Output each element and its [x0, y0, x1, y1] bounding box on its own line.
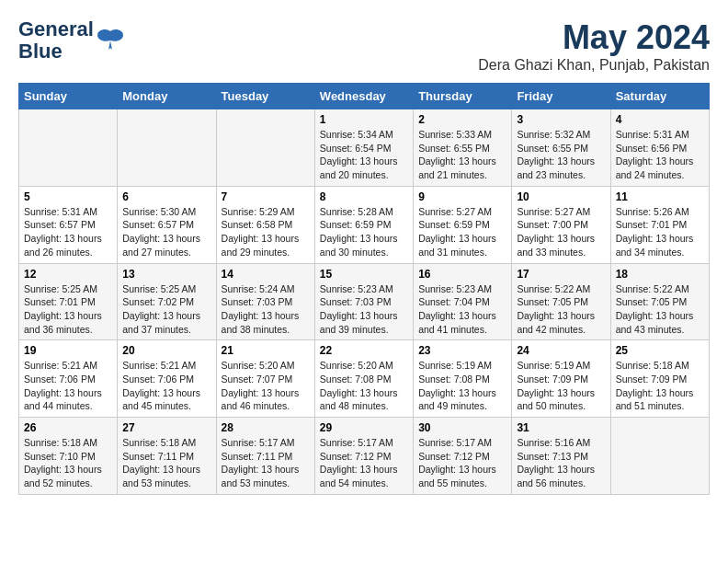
- calendar-cell: 25 Sunrise: 5:18 AMSunset: 7:09 PMDaylig…: [610, 340, 709, 418]
- day-number: 18: [616, 268, 704, 281]
- day-info: Sunrise: 5:16 AMSunset: 7:13 PMDaylight:…: [517, 437, 595, 488]
- calendar-cell: 15 Sunrise: 5:23 AMSunset: 7:03 PMDaylig…: [314, 263, 413, 340]
- day-number: 14: [222, 268, 310, 281]
- day-header-thursday: Thursday: [414, 84, 512, 109]
- calendar-subtitle: Dera Ghazi Khan, Punjab, Pakistan: [478, 57, 710, 74]
- day-info: Sunrise: 5:31 AMSunset: 6:57 PMDaylight:…: [24, 206, 102, 258]
- logo-text: General Blue: [18, 18, 94, 63]
- logo: General Blue: [18, 18, 125, 63]
- calendar-cell: 10 Sunrise: 5:27 AMSunset: 7:00 PMDaylig…: [512, 186, 610, 263]
- calendar-cell: 1 Sunrise: 5:34 AMSunset: 6:54 PMDayligh…: [314, 109, 413, 187]
- day-info: Sunrise: 5:18 AMSunset: 7:10 PMDaylight:…: [24, 437, 102, 488]
- calendar-cell: 6 Sunrise: 5:30 AMSunset: 6:57 PMDayligh…: [118, 186, 216, 263]
- day-info: Sunrise: 5:33 AMSunset: 6:55 PMDaylight:…: [418, 129, 496, 180]
- day-number: 5: [24, 190, 112, 203]
- day-info: Sunrise: 5:26 AMSunset: 7:01 PMDaylight:…: [616, 206, 694, 258]
- day-info: Sunrise: 5:27 AMSunset: 7:00 PMDaylight:…: [517, 206, 595, 258]
- calendar-cell: 5 Sunrise: 5:31 AMSunset: 6:57 PMDayligh…: [19, 186, 118, 263]
- day-number: 30: [418, 421, 506, 434]
- title-area: May 2024 Dera Ghazi Khan, Punjab, Pakist…: [478, 18, 710, 74]
- calendar-week-row: 19 Sunrise: 5:21 AMSunset: 7:06 PMDaylig…: [19, 340, 710, 418]
- day-number: 22: [320, 344, 408, 357]
- day-number: 17: [517, 268, 605, 281]
- calendar-header-row: SundayMondayTuesdayWednesdayThursdayFrid…: [19, 84, 710, 109]
- day-info: Sunrise: 5:34 AMSunset: 6:54 PMDaylight:…: [320, 129, 398, 180]
- day-info: Sunrise: 5:30 AMSunset: 6:57 PMDaylight:…: [122, 206, 200, 258]
- day-header-sunday: Sunday: [19, 84, 118, 109]
- calendar-cell: 18 Sunrise: 5:22 AMSunset: 7:05 PMDaylig…: [610, 263, 709, 340]
- day-number: 4: [616, 113, 704, 126]
- day-number: 19: [24, 344, 112, 357]
- calendar-cell: 2 Sunrise: 5:33 AMSunset: 6:55 PMDayligh…: [414, 109, 512, 187]
- calendar-cell: 4 Sunrise: 5:31 AMSunset: 6:56 PMDayligh…: [610, 109, 709, 187]
- calendar-cell: 13 Sunrise: 5:25 AMSunset: 7:02 PMDaylig…: [118, 263, 216, 340]
- day-info: Sunrise: 5:22 AMSunset: 7:05 PMDaylight:…: [517, 283, 595, 335]
- day-info: Sunrise: 5:23 AMSunset: 7:03 PMDaylight:…: [320, 283, 398, 335]
- day-info: Sunrise: 5:25 AMSunset: 7:02 PMDaylight:…: [122, 283, 200, 335]
- day-number: 23: [418, 344, 506, 357]
- calendar-cell: 28 Sunrise: 5:17 AMSunset: 7:11 PMDaylig…: [216, 418, 314, 495]
- calendar-cell: 7 Sunrise: 5:29 AMSunset: 6:58 PMDayligh…: [216, 186, 314, 263]
- calendar-cell: 30 Sunrise: 5:17 AMSunset: 7:12 PMDaylig…: [414, 418, 512, 495]
- day-number: 25: [616, 344, 704, 357]
- day-header-monday: Monday: [118, 84, 216, 109]
- day-number: 3: [517, 113, 605, 126]
- day-info: Sunrise: 5:17 AMSunset: 7:12 PMDaylight:…: [418, 437, 496, 488]
- day-number: 10: [517, 190, 605, 203]
- calendar-table: SundayMondayTuesdayWednesdayThursdayFrid…: [18, 83, 710, 495]
- day-number: 6: [122, 190, 210, 203]
- day-number: 13: [122, 268, 210, 281]
- day-number: 2: [418, 113, 506, 126]
- calendar-cell: 11 Sunrise: 5:26 AMSunset: 7:01 PMDaylig…: [610, 186, 709, 263]
- day-header-tuesday: Tuesday: [216, 84, 314, 109]
- calendar-cell: 9 Sunrise: 5:27 AMSunset: 6:59 PMDayligh…: [414, 186, 512, 263]
- calendar-cell: 3 Sunrise: 5:32 AMSunset: 6:55 PMDayligh…: [512, 109, 610, 187]
- day-number: 12: [24, 268, 112, 281]
- calendar-cell: 19 Sunrise: 5:21 AMSunset: 7:06 PMDaylig…: [19, 340, 118, 418]
- day-number: 31: [517, 421, 605, 434]
- day-number: 27: [122, 421, 210, 434]
- day-info: Sunrise: 5:28 AMSunset: 6:59 PMDaylight:…: [320, 206, 398, 258]
- calendar-cell: 26 Sunrise: 5:18 AMSunset: 7:10 PMDaylig…: [19, 418, 118, 495]
- day-number: 9: [418, 190, 506, 203]
- day-info: Sunrise: 5:32 AMSunset: 6:55 PMDaylight:…: [517, 129, 595, 180]
- calendar-cell: 20 Sunrise: 5:21 AMSunset: 7:06 PMDaylig…: [118, 340, 216, 418]
- calendar-cell: 24 Sunrise: 5:19 AMSunset: 7:09 PMDaylig…: [512, 340, 610, 418]
- day-info: Sunrise: 5:22 AMSunset: 7:05 PMDaylight:…: [616, 283, 694, 335]
- calendar-cell: 14 Sunrise: 5:24 AMSunset: 7:03 PMDaylig…: [216, 263, 314, 340]
- day-info: Sunrise: 5:19 AMSunset: 7:08 PMDaylight:…: [418, 360, 496, 411]
- calendar-cell: 8 Sunrise: 5:28 AMSunset: 6:59 PMDayligh…: [314, 186, 413, 263]
- day-number: 7: [222, 190, 310, 203]
- day-info: Sunrise: 5:19 AMSunset: 7:09 PMDaylight:…: [517, 360, 595, 411]
- day-number: 15: [320, 268, 408, 281]
- day-header-wednesday: Wednesday: [314, 84, 413, 109]
- calendar-cell: 29 Sunrise: 5:17 AMSunset: 7:12 PMDaylig…: [314, 418, 413, 495]
- day-number: 26: [24, 421, 112, 434]
- calendar-cell: 21 Sunrise: 5:20 AMSunset: 7:07 PMDaylig…: [216, 340, 314, 418]
- calendar-cell: 31 Sunrise: 5:16 AMSunset: 7:13 PMDaylig…: [512, 418, 610, 495]
- day-info: Sunrise: 5:27 AMSunset: 6:59 PMDaylight:…: [418, 206, 496, 258]
- day-number: 28: [222, 421, 310, 434]
- day-number: 21: [222, 344, 310, 357]
- day-info: Sunrise: 5:29 AMSunset: 6:58 PMDaylight:…: [222, 206, 300, 258]
- day-info: Sunrise: 5:23 AMSunset: 7:04 PMDaylight:…: [418, 283, 496, 335]
- day-info: Sunrise: 5:17 AMSunset: 7:11 PMDaylight:…: [222, 437, 300, 488]
- calendar-week-row: 12 Sunrise: 5:25 AMSunset: 7:01 PMDaylig…: [19, 263, 710, 340]
- calendar-cell: [19, 109, 118, 187]
- day-number: 8: [320, 190, 408, 203]
- calendar-cell: [610, 418, 709, 495]
- day-number: 16: [418, 268, 506, 281]
- calendar-cell: 12 Sunrise: 5:25 AMSunset: 7:01 PMDaylig…: [19, 263, 118, 340]
- calendar-cell: [118, 109, 216, 187]
- day-number: 1: [320, 113, 408, 126]
- day-info: Sunrise: 5:18 AMSunset: 7:09 PMDaylight:…: [616, 360, 694, 411]
- day-number: 29: [320, 421, 408, 434]
- day-number: 20: [122, 344, 210, 357]
- calendar-week-row: 5 Sunrise: 5:31 AMSunset: 6:57 PMDayligh…: [19, 186, 710, 263]
- logo-bird-icon: [96, 28, 125, 53]
- day-header-saturday: Saturday: [610, 84, 709, 109]
- calendar-cell: 17 Sunrise: 5:22 AMSunset: 7:05 PMDaylig…: [512, 263, 610, 340]
- calendar-cell: 16 Sunrise: 5:23 AMSunset: 7:04 PMDaylig…: [414, 263, 512, 340]
- calendar-cell: 22 Sunrise: 5:20 AMSunset: 7:08 PMDaylig…: [314, 340, 413, 418]
- day-info: Sunrise: 5:20 AMSunset: 7:07 PMDaylight:…: [222, 360, 300, 411]
